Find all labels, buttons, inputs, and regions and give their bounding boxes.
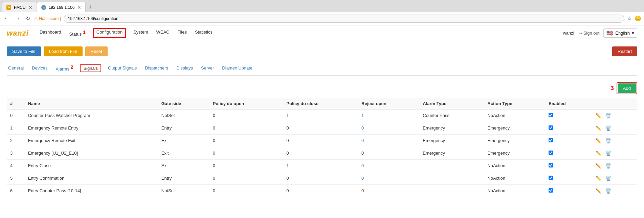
reject-open-link[interactable]: 0 bbox=[361, 176, 364, 181]
tab-server[interactable]: Server bbox=[200, 63, 215, 74]
step3-label: 3 bbox=[610, 85, 614, 92]
nav-statistics[interactable]: Statistics bbox=[194, 28, 213, 38]
cell-policy-close: 1 bbox=[283, 159, 358, 172]
col-gate-side: Gate side bbox=[158, 98, 209, 109]
tab-diamex-update[interactable]: Diamex Update bbox=[221, 63, 254, 74]
tab-output-signals[interactable]: Output Signals bbox=[107, 63, 138, 74]
edit-button[interactable]: ✏️ bbox=[595, 112, 602, 119]
cell-gate-side: Entry bbox=[158, 122, 209, 134]
edit-button[interactable]: ✏️ bbox=[595, 162, 602, 169]
nav-files[interactable]: Files bbox=[177, 28, 187, 38]
cell-name: Counter Pass Watcher Program bbox=[25, 109, 158, 122]
delete-button[interactable]: 🗑️ bbox=[605, 112, 612, 119]
nav-weac[interactable]: WEAC bbox=[155, 28, 170, 38]
nav-system[interactable]: System bbox=[133, 28, 149, 38]
cell-policy-open: 0 bbox=[209, 172, 283, 184]
restart-button[interactable]: Restart bbox=[612, 46, 637, 56]
reload-button[interactable]: ↻ bbox=[24, 15, 31, 22]
ip-favicon: 🔒 bbox=[41, 5, 46, 10]
id-link[interactable]: 1 bbox=[10, 125, 13, 131]
cell-reject-open: 0 bbox=[358, 159, 419, 172]
tab-ip-close[interactable]: ✕ bbox=[77, 5, 81, 10]
col-enabled: Enabled bbox=[545, 98, 592, 109]
tab-fmcu-close[interactable]: ✕ bbox=[28, 5, 32, 10]
signout-label: Sign out bbox=[583, 31, 600, 36]
language-selector[interactable]: 🇺🇸 English ▾ bbox=[603, 28, 637, 38]
policy-close-link[interactable]: 1 bbox=[286, 113, 289, 118]
reject-open-link[interactable]: 0 bbox=[361, 163, 364, 168]
cell-gate-side: Entry bbox=[158, 172, 209, 184]
tab-devices[interactable]: Devices bbox=[30, 63, 49, 74]
enabled-checkbox[interactable] bbox=[549, 125, 553, 130]
fmcu-favicon: W bbox=[6, 5, 11, 10]
tab-ip[interactable]: 🔒 192.168.1.106 ✕ bbox=[37, 2, 86, 12]
edit-button[interactable]: ✏️ bbox=[595, 187, 602, 194]
bookmark-icon[interactable]: ☆ bbox=[627, 15, 632, 22]
tab-signals[interactable]: Signals bbox=[80, 64, 101, 72]
cell-name: Entry Counter Pass [10-14] bbox=[25, 184, 158, 197]
cell-gate-side: Exit bbox=[158, 147, 209, 159]
cell-action-type: NoAction bbox=[484, 172, 545, 184]
table-header-row: # Name Gate side Policy do open Policy d… bbox=[7, 98, 637, 109]
enabled-checkbox[interactable] bbox=[549, 151, 553, 155]
delete-button[interactable]: 🗑️ bbox=[605, 175, 612, 182]
enabled-checkbox[interactable] bbox=[549, 138, 553, 142]
enabled-checkbox[interactable] bbox=[549, 176, 553, 180]
tab-general[interactable]: General bbox=[7, 63, 25, 74]
step1-badge: 1 bbox=[83, 29, 86, 35]
reject-open-link[interactable]: 1 bbox=[361, 113, 364, 118]
delete-button[interactable]: 🗑️ bbox=[605, 137, 612, 144]
profile-icon[interactable]: 😊 bbox=[635, 15, 641, 22]
cell-reject-open: 0 bbox=[358, 122, 419, 134]
signout-button[interactable]: ↪ Sign out bbox=[578, 31, 600, 36]
app-header: wanzi Dashboard Status 1 Configuration S… bbox=[0, 25, 644, 41]
add-button[interactable]: Add bbox=[618, 83, 636, 93]
edit-button[interactable]: ✏️ bbox=[595, 150, 602, 157]
col-reject-open: Reject open bbox=[358, 98, 419, 109]
sub-tabs: General Devices Alarms 2 Signals Output … bbox=[7, 62, 637, 75]
cell-action-type: Emergency bbox=[484, 147, 545, 159]
policy-close-link[interactable]: 1 bbox=[286, 163, 289, 168]
new-tab-button[interactable]: + bbox=[86, 4, 95, 11]
address-input[interactable] bbox=[64, 15, 624, 23]
cell-policy-open: 0 bbox=[209, 109, 283, 122]
col-hash: # bbox=[7, 98, 25, 109]
cell-name: Emergency Remote Exit bbox=[25, 134, 158, 147]
delete-button[interactable]: 🗑️ bbox=[605, 162, 612, 169]
reject-open-link[interactable]: 0 bbox=[361, 138, 364, 143]
edit-button[interactable]: ✏️ bbox=[595, 125, 602, 132]
enabled-checkbox[interactable] bbox=[549, 163, 553, 167]
cell-enabled bbox=[545, 109, 592, 122]
delete-button[interactable]: 🗑️ bbox=[605, 150, 612, 157]
nav-dashboard[interactable]: Dashboard bbox=[39, 28, 62, 38]
tab-displays[interactable]: Displays bbox=[175, 63, 194, 74]
tab-fmcu[interactable]: W FMCU ✕ bbox=[2, 2, 37, 12]
cell-policy-open: 0 bbox=[209, 147, 283, 159]
forward-button[interactable]: → bbox=[14, 15, 22, 22]
cell-policy-open: 0 bbox=[209, 122, 283, 134]
edit-button[interactable]: ✏️ bbox=[595, 175, 602, 182]
tab-alarms[interactable]: Alarms 2 bbox=[54, 62, 75, 75]
enabled-checkbox[interactable] bbox=[549, 188, 553, 193]
cell-policy-open: 0 bbox=[209, 159, 283, 172]
nav-status[interactable]: Status 1 bbox=[69, 28, 86, 38]
reset-button[interactable]: Reset bbox=[85, 46, 108, 56]
nav-configuration[interactable]: Configuration bbox=[93, 28, 126, 38]
cell-policy-open: 0 bbox=[209, 184, 283, 197]
load-from-file-button[interactable]: Load from File bbox=[44, 46, 83, 56]
delete-button[interactable]: 🗑️ bbox=[605, 125, 612, 132]
signals-table: # Name Gate side Policy do open Policy d… bbox=[7, 98, 637, 197]
edit-button[interactable]: ✏️ bbox=[595, 137, 602, 144]
back-button[interactable]: ← bbox=[3, 15, 11, 22]
save-to-file-button[interactable]: Save to File bbox=[7, 46, 41, 56]
cell-policy-close: 0 bbox=[283, 134, 358, 147]
cell-alarm-type: Counter Pass bbox=[419, 109, 484, 122]
address-bar: ← → ↻ ⚠ Not secure | ☆ 😊 bbox=[0, 12, 644, 25]
col-actions bbox=[592, 98, 637, 109]
tab-dispatchers[interactable]: Dispatchers bbox=[143, 63, 170, 74]
reject-open-link[interactable]: 0 bbox=[361, 125, 364, 131]
cell-alarm-type bbox=[419, 172, 484, 184]
col-policy-open: Policy do open bbox=[209, 98, 283, 109]
delete-button[interactable]: 🗑️ bbox=[605, 187, 612, 194]
enabled-checkbox[interactable] bbox=[549, 113, 553, 117]
